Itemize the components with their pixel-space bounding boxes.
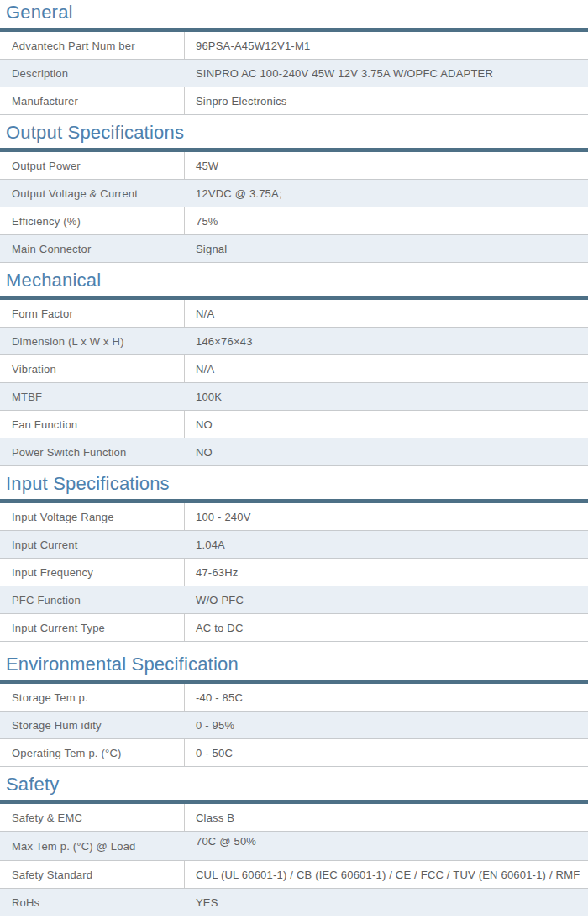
spec-label: Form Factor bbox=[0, 300, 185, 327]
table-row: Storage Tem p. -40 - 85C bbox=[0, 684, 588, 712]
section-output-specifications: Output Specifications Output Power 45W O… bbox=[0, 122, 588, 263]
spec-label: Storage Hum idity bbox=[0, 712, 185, 738]
table-row: Vibration N/A bbox=[0, 355, 588, 383]
table-row: RoHs YES bbox=[0, 889, 588, 916]
section-safety: Safety Safety & EMC Class B Max Tem p. (… bbox=[0, 774, 588, 916]
spec-label: Operating Tem p. (°C) bbox=[0, 739, 185, 766]
spec-value: 70C @ 50% bbox=[185, 832, 588, 848]
table-row: Efficiency (%) 75% bbox=[0, 207, 588, 235]
table-row: Input Current 1.04A bbox=[0, 531, 588, 559]
spec-label: PFC Function bbox=[0, 586, 185, 613]
spec-label: Max Tem p. (°C) @ Load bbox=[0, 832, 185, 860]
spec-value: W/O PFC bbox=[185, 594, 588, 607]
section-title-environmental-specification: Environmental Specification bbox=[6, 654, 588, 675]
table-row: PFC Function W/O PFC bbox=[0, 586, 588, 614]
spec-label: Main Connector bbox=[0, 235, 185, 262]
spec-table-environmental-specification: Storage Tem p. -40 - 85C Storage Hum idi… bbox=[0, 684, 588, 767]
spec-label: Input Frequency bbox=[0, 559, 185, 586]
table-row: Storage Hum idity 0 - 95% bbox=[0, 712, 588, 739]
spec-label: Output Voltage & Current bbox=[0, 180, 185, 207]
spec-label: Advantech Part Num ber bbox=[0, 32, 185, 59]
spec-label: RoHs bbox=[0, 889, 185, 916]
section-title-mechanical: Mechanical bbox=[6, 270, 588, 291]
spec-value: NO bbox=[185, 418, 588, 431]
spec-label: Output Power bbox=[0, 152, 185, 179]
spec-value: 12VDC @ 3.75A; bbox=[185, 187, 588, 200]
table-row: Advantech Part Num ber 96PSA-A45W12V1-M1 bbox=[0, 32, 588, 60]
spec-table-output-specifications: Output Power 45W Output Voltage & Curren… bbox=[0, 152, 588, 263]
spec-value: YES bbox=[185, 896, 588, 909]
spec-table-general: Advantech Part Num ber 96PSA-A45W12V1-M1… bbox=[0, 32, 588, 115]
spec-value: CUL (UL 60601-1) / CB (IEC 60601-1) / CE… bbox=[185, 869, 588, 881]
table-row: Manufacturer Sinpro Electronics bbox=[0, 87, 588, 115]
spec-label: Manufacturer bbox=[0, 87, 185, 114]
spec-value: NO bbox=[185, 446, 588, 459]
section-title-general: General bbox=[6, 2, 588, 23]
spec-label: Vibration bbox=[0, 355, 185, 382]
table-row: Main Connector Signal bbox=[0, 235, 588, 263]
spec-value: 100 - 240V bbox=[185, 511, 588, 523]
spec-label: Power Switch Function bbox=[0, 438, 185, 465]
spec-value: 100K bbox=[185, 391, 588, 403]
table-row: Operating Tem p. (°C) 0 - 50C bbox=[0, 739, 588, 767]
spec-value: N/A bbox=[185, 307, 588, 320]
section-title-safety: Safety bbox=[6, 774, 588, 795]
section-title-output-specifications: Output Specifications bbox=[6, 122, 588, 143]
spec-value: 146×76×43 bbox=[185, 335, 588, 348]
spec-value: 75% bbox=[185, 215, 588, 228]
spec-value: Signal bbox=[185, 243, 588, 255]
spec-value: SINPRO AC 100-240V 45W 12V 3.75A W/OPFC … bbox=[185, 67, 588, 80]
spec-table-safety: Safety & EMC Class B Max Tem p. (°C) @ L… bbox=[0, 804, 588, 916]
section-environmental-specification: Environmental Specification Storage Tem … bbox=[0, 654, 588, 767]
table-row: Input Voltage Range 100 - 240V bbox=[0, 503, 588, 531]
spec-value: -40 - 85C bbox=[185, 691, 588, 704]
table-row: Fan Function NO bbox=[0, 411, 588, 438]
table-row: MTBF 100K bbox=[0, 383, 588, 411]
spec-label: Storage Tem p. bbox=[0, 684, 185, 711]
table-row: Description SINPRO AC 100-240V 45W 12V 3… bbox=[0, 60, 588, 87]
spec-value: N/A bbox=[185, 363, 588, 375]
spec-table-input-specifications: Input Voltage Range 100 - 240V Input Cur… bbox=[0, 503, 588, 642]
section-mechanical: Mechanical Form Factor N/A Dimension (L … bbox=[0, 270, 588, 466]
table-row: Power Switch Function NO bbox=[0, 438, 588, 466]
table-row: Form Factor N/A bbox=[0, 300, 588, 328]
spec-label: Description bbox=[0, 60, 185, 87]
spec-label: Fan Function bbox=[0, 411, 185, 438]
table-row: Output Power 45W bbox=[0, 152, 588, 180]
section-title-input-specifications: Input Specifications bbox=[6, 473, 588, 494]
table-row: Dimension (L x W x H) 146×76×43 bbox=[0, 328, 588, 355]
spec-label: Input Voltage Range bbox=[0, 503, 185, 530]
spec-label: Dimension (L x W x H) bbox=[0, 328, 185, 354]
table-row: Input Current Type AC to DC bbox=[0, 614, 588, 642]
spec-value: 1.04A bbox=[185, 538, 588, 551]
spec-label: Input Current Type bbox=[0, 614, 185, 641]
spec-value: 45W bbox=[185, 160, 588, 172]
spec-label: Input Current bbox=[0, 531, 185, 558]
spec-value: 96PSA-A45W12V1-M1 bbox=[185, 39, 588, 52]
spec-value: 0 - 50C bbox=[185, 747, 588, 759]
spec-value: Class B bbox=[185, 811, 588, 824]
spec-table-mechanical: Form Factor N/A Dimension (L x W x H) 14… bbox=[0, 300, 588, 466]
table-row: Output Voltage & Current 12VDC @ 3.75A; bbox=[0, 180, 588, 207]
table-row: Safety Standard CUL (UL 60601-1) / CB (I… bbox=[0, 861, 588, 889]
spec-value: 47-63Hz bbox=[185, 566, 588, 579]
spec-label: Safety Standard bbox=[0, 861, 185, 888]
spec-value: Sinpro Electronics bbox=[185, 95, 588, 108]
spec-value: AC to DC bbox=[185, 622, 588, 634]
section-input-specifications: Input Specifications Input Voltage Range… bbox=[0, 473, 588, 642]
spec-value: 0 - 95% bbox=[185, 719, 588, 732]
spec-label: Safety & EMC bbox=[0, 804, 185, 831]
table-row: Safety & EMC Class B bbox=[0, 804, 588, 832]
spec-label: Efficiency (%) bbox=[0, 207, 185, 234]
spec-label: MTBF bbox=[0, 383, 185, 410]
table-row: Input Frequency 47-63Hz bbox=[0, 559, 588, 586]
table-row: Max Tem p. (°C) @ Load 70C @ 50% bbox=[0, 832, 588, 861]
section-general: General Advantech Part Num ber 96PSA-A45… bbox=[0, 2, 588, 115]
